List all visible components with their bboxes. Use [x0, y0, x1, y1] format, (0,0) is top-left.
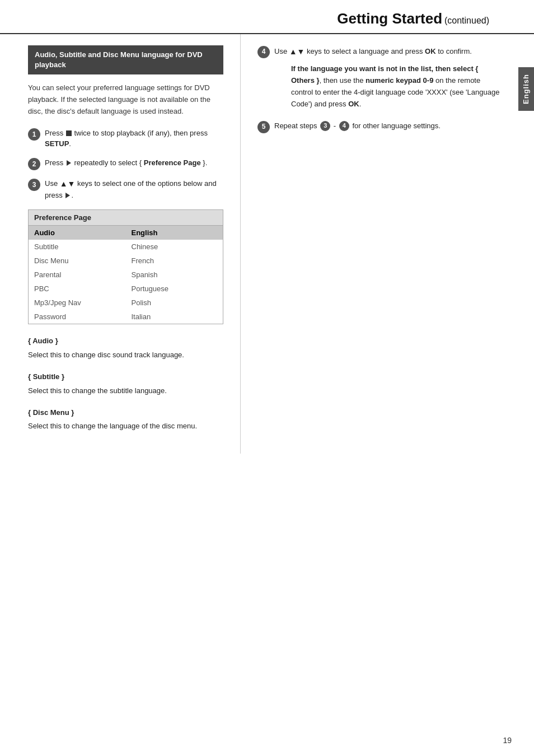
- step-1: 1 Press twice to stop playback (if any),…: [28, 128, 223, 150]
- pref-row-password: Password Italian: [29, 310, 223, 324]
- pref-table-body: Audio English Subtitle Chinese Disc Menu…: [29, 226, 223, 324]
- pref-cell-password-value: Italian: [126, 310, 223, 324]
- step-5-text: Repeat steps 3 - 4 for other language se…: [274, 120, 500, 132]
- pref-cell-parental-label: Parental: [29, 268, 126, 282]
- pref-cell-parental-value: Spanish: [126, 268, 223, 282]
- pref-cell-pbc-label: PBC: [29, 282, 126, 296]
- step-num-2: 2: [28, 158, 40, 170]
- main-content: Audio, Subtitle and Disc Menu language f…: [0, 34, 534, 454]
- pref-cell-subtitle-value: Chinese: [126, 240, 223, 254]
- triangle-right-icon: [67, 160, 71, 166]
- step-ref-4: 4: [339, 121, 349, 131]
- section-audio-text: Select this to change disc sound track l…: [28, 349, 223, 361]
- page-header: Getting Started (continued): [0, 0, 534, 34]
- step-2-text: Press repeatedly to select { Preference …: [45, 157, 223, 169]
- section-subtitle-desc: { Subtitle } Select this to change the s…: [28, 371, 223, 397]
- intro-text: You can select your preferred language s…: [28, 82, 223, 117]
- section-discmenu-label: { Disc Menu }: [28, 407, 223, 419]
- pref-cell-subtitle-label: Subtitle: [29, 240, 126, 254]
- step-1-text: Press twice to stop playback (if any), t…: [45, 128, 223, 150]
- pref-table-header: Preference Page: [29, 210, 223, 226]
- step-num-5: 5: [257, 121, 270, 133]
- step-5: 5 Repeat steps 3 - 4 for other language …: [257, 120, 500, 133]
- right-column: 4 Use ▲▼ keys to select a language and p…: [241, 34, 534, 454]
- pref-cell-discmenu-value: French: [126, 254, 223, 268]
- section-subtitle-label: { Subtitle }: [28, 371, 223, 383]
- box-header: Audio, Subtitle and Disc Menu language f…: [28, 45, 223, 74]
- page-number: 19: [503, 736, 512, 745]
- step-num-3: 3: [28, 179, 40, 191]
- step-4: 4 Use ▲▼ keys to select a language and p…: [257, 45, 500, 110]
- pref-row-parental: Parental Spanish: [29, 268, 223, 282]
- step-ref-3: 3: [320, 121, 330, 131]
- section-discmenu-text: Select this to change the language of th…: [28, 421, 223, 432]
- section-audio-desc: { Audio } Select this to change disc sou…: [28, 335, 223, 361]
- arrow-updown-icon: ▲▼: [60, 178, 76, 190]
- step-num-1: 1: [28, 128, 40, 141]
- step-3-text: Use ▲▼ keys to select one of the options…: [45, 178, 223, 201]
- pref-row-discmenu: Disc Menu French: [29, 254, 223, 268]
- sidebar-tab: English: [518, 67, 534, 111]
- pref-cell-mp3jpeg-value: Polish: [126, 296, 223, 310]
- pref-cell-audio-label: Audio: [29, 226, 126, 240]
- pref-cell-password-label: Password: [29, 310, 126, 324]
- left-column: Audio, Subtitle and Disc Menu language f…: [0, 34, 241, 454]
- section-discmenu-desc: { Disc Menu } Select this to change the …: [28, 407, 223, 433]
- pref-row-subtitle: Subtitle Chinese: [29, 240, 223, 254]
- step-num-4: 4: [257, 46, 270, 58]
- section-subtitle-text: Select this to change the subtitle langu…: [28, 385, 223, 397]
- step-3: 3 Use ▲▼ keys to select one of the optio…: [28, 178, 223, 201]
- pref-row-mp3jpeg: Mp3/Jpeg Nav Polish: [29, 296, 223, 310]
- arrow-updown-icon-2: ▲▼: [289, 45, 305, 58]
- stop-icon: [66, 130, 72, 136]
- triangle-right-icon-2: [65, 193, 70, 198]
- step-4-text: Use ▲▼ keys to select a language and pre…: [274, 45, 500, 110]
- step-4-note: If the language you want is not in the l…: [291, 63, 500, 110]
- pref-cell-audio-value: English: [126, 226, 223, 240]
- page-title: Getting Started: [337, 10, 442, 27]
- pref-row-audio: Audio English: [29, 226, 223, 240]
- preference-table: Preference Page Audio English Subtitle C…: [28, 209, 223, 324]
- step-2: 2 Press repeatedly to select { Preferenc…: [28, 157, 223, 170]
- pref-row-pbc: PBC Portuguese: [29, 282, 223, 296]
- pref-cell-discmenu-label: Disc Menu: [29, 254, 126, 268]
- pref-cell-mp3jpeg-label: Mp3/Jpeg Nav: [29, 296, 126, 310]
- page-title-continued: (continued): [444, 16, 489, 25]
- pref-cell-pbc-value: Portuguese: [126, 282, 223, 296]
- section-audio-label: { Audio }: [28, 335, 223, 347]
